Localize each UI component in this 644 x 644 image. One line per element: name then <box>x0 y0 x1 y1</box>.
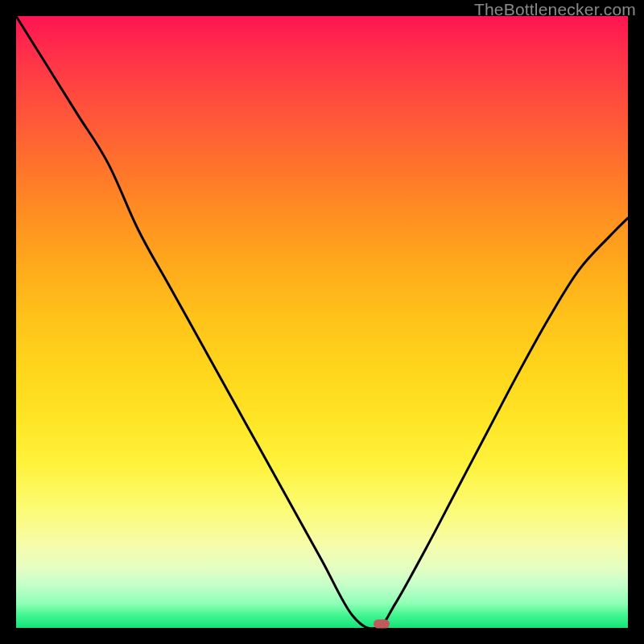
curve-svg <box>16 16 628 628</box>
plot-area <box>16 16 628 628</box>
minimum-marker <box>374 619 390 628</box>
watermark-text: TheBottlenecker.com <box>474 0 636 19</box>
bottleneck-curve <box>16 16 628 628</box>
chart-container: TheBottlenecker.com <box>0 0 644 644</box>
